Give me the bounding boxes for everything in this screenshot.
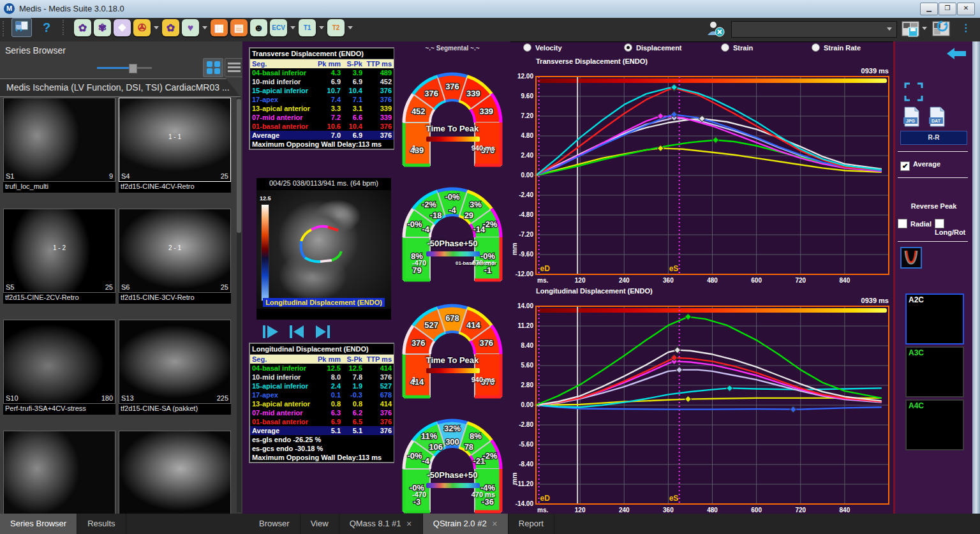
series-thumbnail[interactable]: 180S10Perf-trufi-3SA+4CV-stress [3,320,115,415]
series-thumbnail[interactable]: 1 - 225S5tf2d15-CINE-2CV-Retro [3,209,115,304]
chevron-down-icon[interactable] [348,26,353,29]
qflow-icon[interactable]: ❖ [114,19,131,36]
study-tab[interactable]: Medis Ischemia (LV Function, DSI, TSI) C… [0,78,241,97]
tab-series-browser[interactable]: Series Browser [0,514,77,534]
t1-icon[interactable]: T1 [299,19,316,36]
table-row[interactable]: 01-basal anterior6.96.5376 [250,417,394,426]
export-dat-icon[interactable]: DAT [928,107,946,127]
rr-button[interactable]: R-R [900,131,967,145]
chevron-down-icon[interactable] [154,26,159,29]
table-row[interactable]: 01-basal anterior10.610.4376 [250,122,394,131]
back-arrow-icon[interactable] [946,47,967,61]
table-row[interactable]: 10-mid inferior8.07.8376 [250,373,394,382]
table-row[interactable]: 17-apex7.47.1376 [250,95,394,104]
table-row[interactable]: 10-mid inferior6.96.9452 [250,77,394,86]
fullscreen-icon[interactable] [904,82,923,101]
chevron-down-icon[interactable] [202,26,207,29]
checkbox-unchecked-icon[interactable] [898,219,907,228]
chevron-down-icon[interactable] [290,26,295,29]
tab-qmass-8-1-1[interactable]: QMass 8.1 #1✕ [339,514,423,534]
thumbnail-image[interactable] [3,431,115,514]
cine-image[interactable]: 12.5 Longitudinal Displacement (ENDO) [256,190,391,309]
user-logout-icon[interactable] [706,20,725,40]
qstrain-icon[interactable]: ✾ [94,19,111,36]
save-layout-button[interactable] [901,20,921,41]
tab-browser[interactable]: Browser [249,514,301,534]
thumbnail-image[interactable]: 225S13 [119,320,231,404]
table-row[interactable]: 07-mid anterior6.36.2376 [250,408,394,417]
tulip-icon[interactable]: ✿ [162,19,179,36]
series-thumbnail[interactable]: 225S13tf2d15-CINE-SA (pakket) [119,320,231,415]
export-jpg-icon[interactable]: JPG [903,107,921,127]
thumbnail-image[interactable]: 1 - 125S4 [119,98,231,182]
thumbnail-image[interactable]: 9S1 [3,98,115,182]
table-row[interactable]: 04-basal inferior12.512.5414 [250,364,394,373]
minimize-button[interactable]: ▁ [920,3,938,15]
table-row[interactable]: 04-basal inferior4.33.9489 [250,68,394,77]
qmass-icon[interactable]: ✿ [74,19,91,36]
film-reel-icon[interactable]: ✇ [133,19,151,36]
previous-frame-button[interactable] [287,323,306,340]
series-thumbnail[interactable]: 1 - 125S4tf2d15-CINE-4CV-Retro [119,98,231,193]
layout-button[interactable] [11,18,32,37]
tab-report[interactable]: Report [509,514,554,534]
series-thumbnail[interactable]: 2 - 125S6tf2d15-CINE-3CV-Retro [119,209,231,304]
play-button[interactable] [262,323,281,340]
checkbox-checked-icon[interactable]: ✔ [900,161,910,171]
pin-icon[interactable]: ✕ [492,520,498,528]
series-thumbnail[interactable] [119,431,231,514]
table-row[interactable]: 17-apex0.1-0.3678 [250,390,394,399]
ecv-icon[interactable]: ECV [270,19,287,36]
thumbnail-image[interactable]: 2 - 125S6 [119,209,231,293]
next-frame-button[interactable] [313,323,332,340]
tab-results[interactable]: Results [77,514,126,534]
mode-radio-strain[interactable]: Strain [721,43,753,52]
overflow-menu-icon[interactable]: ⋮ [961,22,971,34]
table-row[interactable]: 13-apical anterior3.33.1339 [250,104,394,113]
table-row[interactable]: 07-mid anterior7.26.6339 [250,113,394,122]
segmental-arch[interactable]: 489452376376339339376Time To Peak1940 ms [394,52,510,167]
maximize-button[interactable]: ❐ [939,3,956,15]
segmental-arch[interactable]: -0%-3-0%-411%10632%3008%78-2%-21-4%-36-5… [394,399,510,514]
cine-viewer[interactable]: 004/25 038/0113/941 ms. (64 bpm) 12.5 Lo… [256,178,391,320]
bullseye-view-button[interactable] [900,247,922,269]
radio-icon[interactable] [721,43,729,52]
collapsed-side-strip[interactable] [972,41,980,514]
series-thumbnail[interactable]: 9S1trufi_loc_multi [3,98,115,193]
scrollbar[interactable] [237,98,241,512]
table-row[interactable]: 15-apical inferior2.41.9527 [250,382,394,390]
t2-icon[interactable]: T2 [327,19,345,36]
mode-radio-velocity[interactable]: Velocity [523,43,562,52]
help-button[interactable]: ? [43,20,50,35]
table-row[interactable]: 13-apical anterior0.80.8414 [250,399,394,408]
view-thumbnail-a4c[interactable]: A4C [905,399,964,450]
slider-handle[interactable] [129,64,137,73]
longrot-checkbox[interactable]: Long/Rot [935,219,972,236]
grid-view-toggle[interactable] [203,58,223,77]
segmental-arch[interactable]: 414376527678414376376Time To Peak1940 ms [394,284,510,399]
table-row[interactable]: 15-apical inferior10.710.4376 [250,86,394,95]
heart-icon[interactable]: ♥ [182,19,199,36]
segmental-arch[interactable]: 8%79-0%-4-2%-18-0%-43%29-2%-14-0%-1-50Ph… [394,167,510,282]
chevron-down-icon[interactable] [319,26,324,29]
radio-icon[interactable] [624,43,632,52]
thumbnail-size-slider[interactable] [97,63,152,72]
series-thumbnail[interactable] [3,431,115,514]
chevron-down-icon[interactable] [922,27,927,30]
pages-icon[interactable]: ▤ [230,19,248,36]
mode-radio-displacement[interactable]: Displacement [624,43,682,52]
thumbnail-image[interactable]: 180S10 [3,320,115,404]
average-checkbox[interactable]: ✔Average [900,160,940,171]
reset-layout-button[interactable] [932,20,952,41]
thumbnail-image[interactable]: 1 - 225S5 [3,209,115,293]
view-thumbnail-a2c[interactable]: A2C [905,293,964,345]
mode-radio-strain-rate[interactable]: Strain Rate [812,43,861,52]
person-icon[interactable]: ☻ [250,19,267,36]
view-thumbnail-a3c[interactable]: A3C [905,346,964,397]
thumbnail-image[interactable] [119,431,231,514]
session-combobox[interactable] [731,21,897,38]
film-icon[interactable]: ▦ [211,19,228,36]
pin-icon[interactable]: ✕ [406,520,412,528]
radio-icon[interactable] [812,43,820,52]
radial-checkbox[interactable]: Radial [898,219,932,228]
